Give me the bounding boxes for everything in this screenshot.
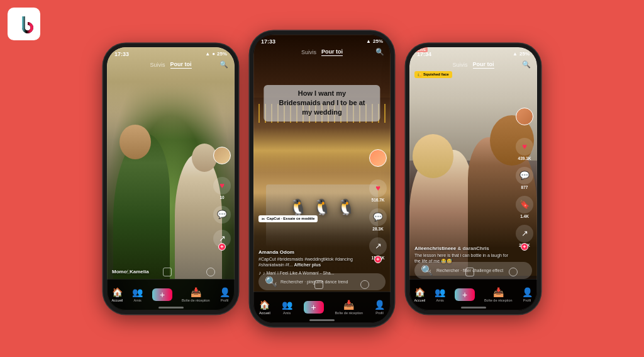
phone2-nav: Suivis Pour toi 🔍 — [253, 48, 391, 56]
phone3-squish-badge[interactable]: 🍋 Squished face — [414, 71, 452, 78]
phone2-comment-btn[interactable]: 💬 28.3K — [369, 208, 387, 231]
phone2-share-icon: ↗ — [369, 237, 387, 255]
phone3-friends-icon: 👥 — [435, 287, 445, 297]
phone3-follow-plus[interactable]: + — [521, 243, 528, 251]
phone2-add-btn[interactable]: + — [304, 301, 324, 314]
phone2-description: #CapCut #bridesmaids #weddingtiktok #dan… — [258, 256, 365, 268]
capcut-icon: ✂ — [262, 217, 265, 221]
phone3-time: 17:34 — [417, 51, 431, 57]
phone2-avatar[interactable]: + — [369, 149, 387, 167]
phone1-nav-profile[interactable]: 👤 Profil — [219, 287, 230, 302]
phone-1-screen: 17:33 ▲ ● 25% LIVE Suivis Pour toi 🔍 + — [107, 47, 235, 310]
phone1-home-btn[interactable] — [163, 268, 172, 276]
phone1-bottom-nav: 🏠 Accueil 👥 Amis + 📥 Boîte de réception … — [107, 279, 235, 310]
phone2-home-icon: 🏠 — [259, 300, 270, 310]
phone3-username[interactable]: Aileenchristineee & daranChris — [414, 246, 512, 251]
phone2-nav-add[interactable]: + — [304, 301, 324, 314]
phone1-friends-icon: 👥 — [132, 287, 143, 297]
phone2-home-btn[interactable] — [314, 280, 323, 289]
phone2-title-line1: How I want my — [298, 89, 346, 97]
phone1-nav-home[interactable]: 🏠 Accueil — [111, 287, 123, 302]
phone1-nav-suivis[interactable]: Suivis — [150, 62, 165, 68]
phone3-nav-friends[interactable]: 👥 Amis — [435, 287, 445, 302]
phone1-home-label: Accueil — [111, 298, 123, 302]
phone-1: 17:33 ▲ ● 25% LIVE Suivis Pour toi 🔍 + — [103, 43, 238, 314]
phone3-status-icons: ▲ 25% — [513, 51, 530, 57]
battery-icon: 25% — [217, 51, 227, 57]
phone2-nav-pourtoi[interactable]: Pour toi — [321, 48, 343, 56]
phone1-back-btn[interactable]: ‹ — [126, 268, 128, 276]
phone3-nav-profile[interactable]: 👤 Profil — [522, 287, 533, 302]
phone2-title-overlay: How I want my Bridesmaids and I to be at… — [264, 85, 380, 122]
phone2-comment-icon: 💬 — [369, 208, 387, 226]
phone3-like-btn[interactable]: ♥ 439.1K — [516, 138, 533, 161]
phone1-recents-btn[interactable] — [206, 268, 215, 276]
phone3-back-btn[interactable]: ‹ — [429, 268, 431, 276]
phone3-profile-icon: 👤 — [522, 287, 533, 297]
phone3-home-btn[interactable] — [465, 268, 474, 276]
phone3-nav-add[interactable]: + — [455, 288, 475, 301]
phone3-status-bar: 17:34 ▲ 25% — [409, 51, 537, 57]
phone2-nav-inbox[interactable]: 📥 Boîte de réception — [335, 300, 363, 315]
phone3-bookmark-icon: 🔖 — [516, 196, 533, 213]
phone3-comment-btn[interactable]: 💬 877 — [516, 167, 533, 190]
phone2-follow-plus[interactable]: + — [374, 256, 382, 263]
phone3-avatar[interactable]: + — [516, 108, 533, 125]
phone2-back-btn[interactable]: ‹ — [275, 280, 277, 289]
phone1-nav-friends[interactable]: 👥 Amis — [132, 287, 143, 302]
phone1-nav-inbox[interactable]: 📥 Boîte de réception — [182, 287, 210, 302]
phone3-nav-pourtoi[interactable]: Pour toi — [473, 61, 494, 69]
phone1-nav-add[interactable]: + — [152, 288, 172, 301]
phone2-recents-btn[interactable] — [360, 280, 369, 289]
phones-wrapper: 17:33 ▲ ● 25% LIVE Suivis Pour toi 🔍 + — [0, 0, 644, 357]
phone2-comment-count: 28.3K — [372, 227, 383, 231]
phone-3-screen: 17:34 ▲ 25% LIVE Suivis Pour toi 🔍 🍋 Squ… — [409, 47, 537, 310]
phone3-nav-suivis[interactable]: Suivis — [452, 62, 467, 68]
phone3-comment-icon: 💬 — [516, 167, 533, 184]
phone3-nav-home[interactable]: 🏠 Accueil — [414, 287, 425, 302]
phone2-search-icon[interactable]: 🔍 — [375, 48, 384, 56]
phone2-profile-label: Profil — [375, 311, 384, 315]
phone3-share-icon: ↗ — [516, 225, 533, 242]
phone3-recents-btn[interactable] — [509, 268, 518, 276]
phone3-nav-inbox[interactable]: 📥 Boîte de réception — [484, 287, 513, 302]
phone2-inbox-label: Boîte de réception — [335, 311, 363, 315]
phone2-signal-icon: ▲ — [366, 38, 371, 44]
phone1-add-btn[interactable]: + — [152, 288, 172, 301]
phone-2-screen: 17:33 ▲ 25% Suivis Pour toi 🔍 How I want… — [253, 35, 391, 323]
phone2-nav-profile[interactable]: 👤 Profil — [374, 300, 385, 315]
phone3-username-text: Aileenchristineee — [414, 246, 456, 251]
phone1-follow-plus[interactable]: + — [218, 243, 226, 251]
phone1-home-indicator — [158, 307, 184, 309]
phone3-sys-bar: ‹ — [409, 265, 537, 279]
phone2-nav-suivis[interactable]: Suivis — [301, 49, 316, 55]
phone1-home-icon: 🏠 — [112, 287, 123, 297]
phone2-username[interactable]: Amanda Odom — [258, 249, 365, 255]
phone1-like-count: 10 — [219, 195, 224, 200]
phone2-time: 17:33 — [261, 38, 275, 45]
phone1-nav-pourtoi[interactable]: Pour toi — [170, 61, 192, 69]
phone1-comment-btn[interactable]: 💬 — [213, 206, 231, 224]
phone3-head-left — [413, 134, 453, 178]
phone1-inbox-icon: 📥 — [191, 287, 201, 297]
phone3-nav: Suivis Pour toi 🔍 — [409, 61, 537, 69]
phone3-like-count: 439.1K — [518, 156, 531, 161]
phone2-like-btn[interactable]: ♥ 516.7K — [369, 179, 387, 202]
phone3-bookmark-btn[interactable]: 🔖 1.4K — [516, 196, 533, 218]
phone1-search-icon[interactable]: 🔍 — [219, 60, 228, 69]
phone3-squish-emoji: 🍋 — [418, 72, 422, 77]
phone2-nav-friends[interactable]: 👥 Amis — [282, 300, 292, 315]
phone3-add-btn[interactable]: + — [455, 288, 475, 301]
phone2-nav-home[interactable]: 🏠 Accueil — [259, 300, 270, 315]
phone2-bottom-info: Amanda Odom #CapCut #bridesmaids #weddin… — [258, 249, 365, 275]
phone1-comment-icon: 💬 — [213, 206, 231, 224]
phone1-avatar[interactable]: + — [213, 147, 231, 164]
phone1-nav: Suivis Pour toi 🔍 — [107, 61, 235, 69]
phone1-like-btn[interactable]: ♥ 10 — [213, 177, 231, 200]
phone1-sys-bar: ‹ — [107, 265, 235, 279]
phone2-show-more[interactable]: Afficher plus — [294, 263, 321, 267]
phone1-add-label: + — [160, 290, 165, 300]
phone2-home-indicator — [309, 319, 335, 321]
phone3-search-icon[interactable]: 🔍 — [522, 60, 531, 69]
phone2-capcut-badge[interactable]: ✂ CapCut · Essaie ce modèle — [258, 215, 318, 222]
